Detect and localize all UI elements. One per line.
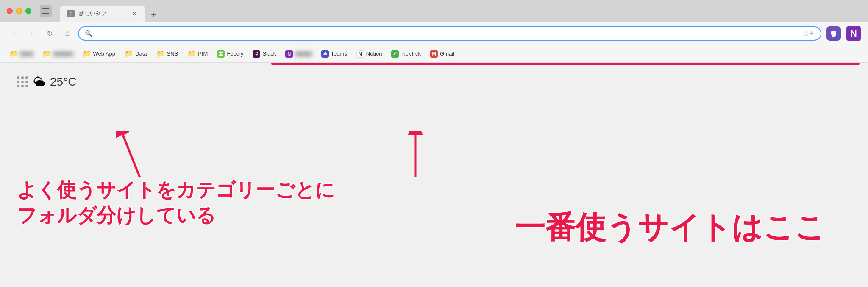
fullscreen-button[interactable] [25,8,31,14]
bookmark-label-onenote-blurred: ■■■■■ [295,51,312,57]
bookmark-gmail[interactable]: M Gmail [426,48,459,59]
bookmark-star-button[interactable]: ☆+ [802,27,815,40]
sidebar-toggle-icon [42,8,49,14]
bookmarks-bar: 📁 ■■■■ 📁 ■■■■■■ 📁 Web App 📁 Data 📁 SNS 📁… [0,45,868,63]
folder-icon: 📁 [187,50,196,58]
home-button[interactable]: ⌂ [60,26,75,41]
slack-favicon: # [253,50,260,58]
bookmark-data[interactable]: 📁 Data [120,48,151,59]
bookmark-pim[interactable]: 📁 PIM [183,48,212,59]
address-bar[interactable]: 🔍 ☆+ [78,26,821,41]
bookmark-webapp[interactable]: 📁 Web App [78,48,120,59]
bookmark-label-slack: Slack [262,51,276,57]
ticktick-favicon: ✓ [391,50,399,58]
traffic-lights [7,8,31,14]
bookmark-slack[interactable]: # Slack [248,48,280,59]
bookmark-label-blurred-2: ■■■■■■ [53,51,73,57]
bookmark-notion[interactable]: N Notion [352,48,387,59]
new-tab-button[interactable]: + [147,8,160,22]
teams-favicon [321,50,329,58]
bookmark-folder-1[interactable]: 📁 ■■■■ [5,48,37,59]
address-bar-right: ☆+ [802,27,815,40]
folder-icon: 📁 [125,50,133,58]
folder-icon: 📁 [83,50,91,58]
back-button[interactable]: ‹ [7,26,21,41]
folder-icon: 📁 [42,50,51,58]
bookmark-label-gmail: Gmail [440,51,454,57]
gmail-favicon: M [430,50,438,58]
address-input[interactable] [96,30,798,37]
temperature-display: 25°C [50,75,77,89]
highlight-line [271,63,860,65]
sidebar-toggle-button[interactable] [40,5,52,17]
browser-window: ⊞ 新しいタブ ✕ + ‹ › ↻ ⌂ 🔍 ☆+ N 📁 [0,0,868,287]
bookmark-label-teams: Teams [331,51,347,57]
tab-favicon: ⊞ [67,10,75,17]
onenote-favicon: N [285,50,293,58]
search-icon: 🔍 [85,30,93,37]
active-tab[interactable]: ⊞ 新しいタブ ✕ [60,6,145,22]
annotation-right-text: 一番使うサイトはここ [515,207,826,248]
close-button[interactable] [7,8,13,14]
bookmark-label-ticktick: TickTick [401,51,421,57]
main-content: 🌥 25°C [0,63,868,287]
notion-favicon: N [356,50,364,58]
weather-icon: 🌥 [33,75,45,89]
bookmark-label-feedly: Feedly [227,51,243,57]
forward-button[interactable]: › [25,26,39,41]
folder-icon: 📁 [9,50,18,58]
annotation-left-line2: フォルダ分けしている [17,203,335,228]
tab-title: 新しいタブ [79,10,126,17]
bookmark-label-sns: SNS [167,51,178,57]
annotation-right-arrow [390,131,441,183]
nav-bar: ‹ › ↻ ⌂ 🔍 ☆+ N [0,22,868,45]
annotation-left-text: よく使うサイトをカテゴリーごとに フォルダ分けしている [17,177,335,228]
shield-button[interactable] [826,26,841,41]
temperature-unit: °C [63,75,76,88]
bookmark-feedly[interactable]: Feedly [213,48,248,59]
folder-icon: 📁 [156,50,165,58]
bookmark-sns[interactable]: 📁 SNS [152,48,183,59]
annotation-left-arrow [114,131,165,183]
svg-line-1 [123,135,140,177]
tab-close-button[interactable]: ✕ [131,10,138,17]
bookmark-onenote[interactable]: N ■■■■■ [281,48,316,59]
title-bar: ⊞ 新しいタブ ✕ + [0,0,868,22]
bookmark-label-notion: Notion [366,51,382,57]
bookmark-label-data: Data [135,51,147,57]
bookmark-ticktick[interactable]: ✓ TickTick [387,48,425,59]
grid-dots-icon[interactable] [17,76,28,87]
bookmark-label-webapp: Web App [93,51,116,57]
feedly-favicon [217,50,225,58]
weather-row: 🌥 25°C [0,63,868,89]
tab-bar: ⊞ 新しいタブ ✕ + [57,0,861,22]
onenote-extension-button[interactable]: N [846,26,861,41]
annotation-left-line1: よく使うサイトをカテゴリーごとに [17,177,335,203]
bookmark-label-blurred-1: ■■■■ [20,51,33,57]
bookmark-teams[interactable]: Teams [317,48,351,59]
reload-button[interactable]: ↻ [42,26,57,41]
bookmark-folder-2[interactable]: 📁 ■■■■■■ [38,48,77,59]
minimize-button[interactable] [16,8,22,14]
bookmark-label-pim: PIM [198,51,208,57]
